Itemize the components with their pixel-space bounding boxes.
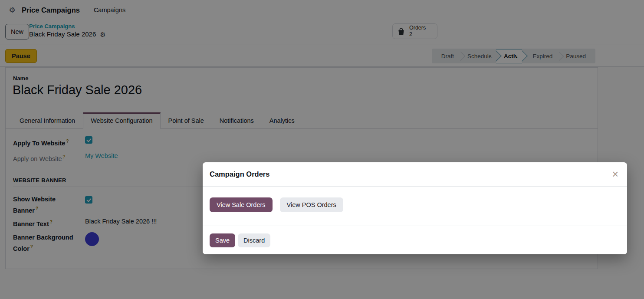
save-button[interactable]: Save <box>210 233 235 247</box>
dialog-title: Campaign Orders <box>210 170 269 178</box>
dialog-header: Campaign Orders × <box>203 162 627 187</box>
dialog-body: View Sale Orders View POS Orders <box>203 187 627 226</box>
view-pos-orders-button[interactable]: View POS Orders <box>280 197 343 212</box>
close-icon[interactable]: × <box>612 169 618 180</box>
dialog-footer: Save Discard <box>203 226 627 247</box>
campaign-orders-dialog: Campaign Orders × View Sale Orders View … <box>203 162 627 254</box>
discard-button[interactable]: Discard <box>238 233 270 247</box>
view-sale-orders-button[interactable]: View Sale Orders <box>210 197 273 212</box>
